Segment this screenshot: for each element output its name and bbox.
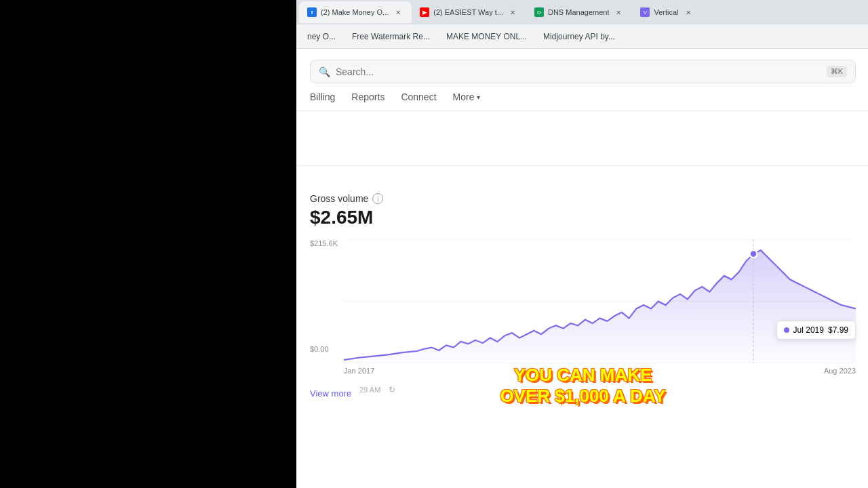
tab-make-money[interactable]: f (2) Make Money O... ✕ bbox=[299, 1, 412, 23]
header-empty-area bbox=[296, 111, 868, 165]
chart-container: $215.6K $0.00 bbox=[310, 239, 856, 375]
x-label-start: Jan 2017 bbox=[344, 367, 374, 375]
tab-dns[interactable]: D DNS Management ✕ bbox=[526, 1, 633, 23]
tab-close-1[interactable]: ✕ bbox=[393, 7, 403, 18]
chart-tooltip: Jul 2019 $7.99 bbox=[776, 321, 856, 340]
gross-volume-section: Gross volume i $2.65M $215.6K $0.00 bbox=[310, 193, 856, 399]
tooltip-value: $7.99 bbox=[828, 325, 848, 335]
nav-connect[interactable]: Connect bbox=[401, 92, 436, 110]
tab-favicon-2: ▶ bbox=[420, 7, 429, 17]
view-more-row: View more 29 AM ↻ bbox=[310, 380, 856, 399]
refresh-icon[interactable]: ↻ bbox=[389, 385, 395, 394]
page-content: 🔍 ⌘K Billing Reports Connect More ▾ Gros… bbox=[296, 49, 868, 488]
section-title: Gross volume i bbox=[310, 193, 856, 204]
tab-favicon-1: f bbox=[307, 7, 317, 17]
nav-billing[interactable]: Billing bbox=[310, 92, 335, 110]
chevron-down-icon: ▾ bbox=[477, 94, 480, 101]
info-icon[interactable]: i bbox=[372, 193, 383, 204]
bookmarks-bar: ney O... Free Watermark Re... MAKE MONEY… bbox=[296, 24, 868, 49]
tab-close-4[interactable]: ✕ bbox=[683, 7, 694, 18]
bookmark-4[interactable]: Midjourney API by... bbox=[538, 29, 620, 44]
bookmark-label-2: Free Watermark Re... bbox=[352, 32, 430, 41]
search-shortcut-key: ⌘K bbox=[827, 66, 847, 77]
tab-close-2[interactable]: ✕ bbox=[507, 7, 518, 18]
tab-easiest-way[interactable]: ▶ (2) EASIEST Way t... ✕ bbox=[412, 1, 526, 23]
tab-vertical[interactable]: V Vertical ✕ bbox=[632, 1, 701, 23]
gross-volume-title: Gross volume bbox=[310, 193, 368, 204]
x-label-end: Aug 2023 bbox=[824, 367, 856, 375]
nav-bar: Billing Reports Connect More ▾ bbox=[296, 83, 868, 111]
tab-close-3[interactable]: ✕ bbox=[613, 7, 624, 18]
search-input[interactable] bbox=[336, 66, 821, 77]
tab-title-3: DNS Management bbox=[548, 8, 610, 16]
tab-title-1: (2) Make Money O... bbox=[321, 8, 389, 16]
search-icon: 🔍 bbox=[319, 66, 330, 77]
bookmark-label-4: Midjourney API by... bbox=[543, 32, 615, 41]
svg-point-5 bbox=[750, 250, 757, 258]
tooltip-dot bbox=[784, 327, 789, 333]
bookmark-3[interactable]: MAKE MONEY ONL... bbox=[441, 29, 532, 44]
tab-favicon-3: D bbox=[534, 7, 544, 17]
search-bar: 🔍 ⌘K bbox=[310, 60, 856, 83]
timestamp-label: 29 AM bbox=[359, 386, 380, 394]
tab-title-4: Vertical bbox=[654, 8, 678, 16]
nav-more-label: More bbox=[453, 92, 475, 102]
view-more-link[interactable]: View more bbox=[310, 388, 351, 399]
tab-favicon-4: V bbox=[640, 7, 650, 17]
nav-reports[interactable]: Reports bbox=[351, 92, 384, 110]
bookmark-label-1: ney O... bbox=[307, 32, 336, 41]
chart-y-max-label: $215.6K bbox=[310, 239, 338, 247]
tab-title-2: (2) EASIEST Way t... bbox=[433, 8, 503, 16]
bookmark-2[interactable]: Free Watermark Re... bbox=[347, 29, 435, 44]
chart-x-labels: Jan 2017 Aug 2023 bbox=[344, 367, 856, 375]
gross-volume-amount: $2.65M bbox=[310, 207, 856, 228]
main-content: Gross volume i $2.65M $215.6K $0.00 bbox=[296, 166, 868, 412]
tooltip-date: Jul 2019 bbox=[793, 325, 824, 335]
gross-volume-chart bbox=[344, 239, 856, 363]
bookmark-label-3: MAKE MONEY ONL... bbox=[446, 32, 527, 41]
tab-bar: f (2) Make Money O... ✕ ▶ (2) EASIEST Wa… bbox=[296, 0, 868, 24]
bookmark-1[interactable]: ney O... bbox=[302, 29, 341, 44]
search-shortcuts: ⌘K bbox=[827, 66, 847, 77]
chart-y-min-label: $0.00 bbox=[310, 345, 329, 353]
nav-more[interactable]: More ▾ bbox=[453, 92, 481, 110]
